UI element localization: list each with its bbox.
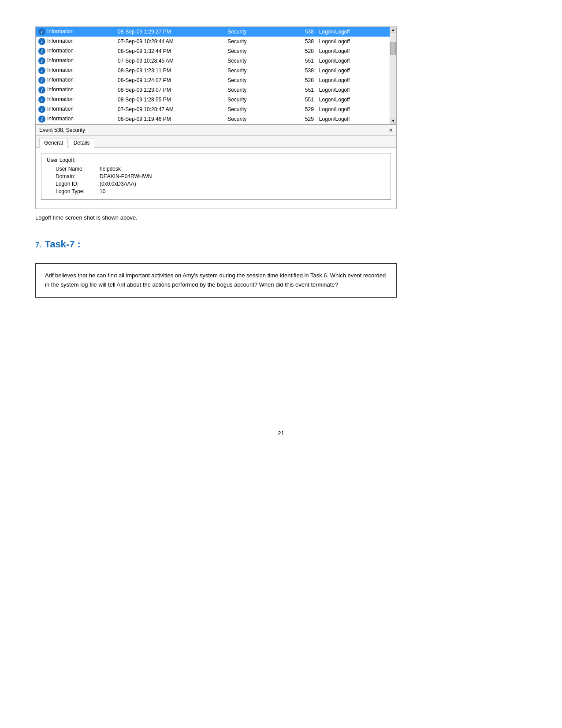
task-number: 7. [35,241,41,249]
type-cell: iInformation [36,95,115,105]
event-cell: 538 [286,66,316,75]
caption-text: Logoff time screen shot is shown above. [35,214,527,221]
event-cell: 528 [286,75,316,85]
field-value: DEAKIN-P04RWHWN [100,173,152,179]
type-cell: iInformation [36,27,115,37]
scroll-up-arrow[interactable]: ▲ [390,27,396,33]
user-cell: Logon/Logoff [316,114,390,124]
page-number: 21 [35,430,527,437]
event-cell: 538 [286,37,316,46]
info-icon: i [38,57,45,64]
event-table: iInformation08-Sep-09 1:29:27 PMSecurity… [36,27,390,124]
detail-field-row: Logon Type:10 [47,188,385,194]
table-row[interactable]: iInformation08-Sep-09 1:29:27 PMSecurity… [36,27,390,37]
detail-field-row: Logon ID:(0x0,0xD3AAA) [47,181,385,187]
user-cell: Logon/Logoff [316,75,390,85]
type-label: Information [47,67,74,73]
type-cell: iInformation [36,37,115,46]
detail-field-row: User Name:helpdesk [47,166,385,172]
user-cell: Logon/Logoff [316,66,390,75]
event-detail-title: Event 538, Security [39,127,85,133]
date-cell: 08-Sep-09 1:19:46 PM [115,114,225,124]
category-cell: Security [225,27,286,37]
table-row[interactable]: iInformation07-Sep-09 10:28:44 AMSecurit… [36,37,390,46]
date-cell: 08-Sep-09 1:29:27 PM [115,27,225,37]
category-cell: Security [225,85,286,95]
field-value: (0x0,0xD3AAA) [100,181,136,187]
user-cell: Logon/Logoff [316,56,390,66]
info-icon: i [38,28,45,35]
type-label: Information [47,48,74,54]
detail-content: User Logoff: User Name:helpdeskDomain:DE… [36,148,396,209]
date-cell: 08-Sep-09 1:32:44 PM [115,46,225,56]
user-cell: Logon/Logoff [316,46,390,56]
detail-field-row: Domain:DEAKIN-P04RWHWN [47,173,385,179]
category-cell: Security [225,105,286,114]
category-cell: Security [225,37,286,46]
date-cell: 08-Sep-09 1:23:11 PM [115,66,225,75]
field-value: 10 [100,188,105,194]
type-cell: iInformation [36,75,115,85]
table-row[interactable]: iInformation07-Sep-09 10:28:47 AMSecurit… [36,105,390,114]
category-cell: Security [225,114,286,124]
type-label: Information [47,28,74,34]
event-cell: 528 [286,46,316,56]
info-icon: i [38,86,45,93]
scrollbar[interactable]: ▲ ▼ [390,27,396,124]
field-label: Domain: [56,173,100,179]
info-icon: i [38,67,45,74]
field-label: Logon ID: [56,181,100,187]
field-label: User Name: [56,166,100,172]
event-log-container: iInformation08-Sep-09 1:29:27 PMSecurity… [35,26,397,124]
info-icon: i [38,96,45,103]
task-heading: 7. Task-7 : [35,239,527,250]
tabs-row: General Details [36,136,396,148]
scroll-thumb[interactable] [390,42,396,55]
table-row[interactable]: iInformation08-Sep-09 1:23:07 PMSecurity… [36,85,390,95]
tab-details[interactable]: Details [69,138,95,148]
tab-general[interactable]: General [39,138,68,148]
type-label: Information [47,38,74,44]
detail-box: User Logoff: User Name:helpdeskDomain:DE… [41,153,391,200]
type-cell: iInformation [36,46,115,56]
type-label: Information [47,77,74,83]
info-icon: i [38,48,45,55]
event-cell: 551 [286,85,316,95]
type-cell: iInformation [36,56,115,66]
field-label: Logon Type: [56,188,100,194]
event-cell: 538 [286,27,316,37]
task-description-text: Arif believes that he can find all impor… [45,271,387,290]
user-cell: Logon/Logoff [316,27,390,37]
type-label: Information [47,57,74,63]
table-row[interactable]: iInformation08-Sep-09 1:28:55 PMSecurity… [36,95,390,105]
type-label: Information [47,86,74,93]
info-icon: i [38,38,45,45]
user-cell: Logon/Logoff [316,105,390,114]
event-cell: 551 [286,56,316,66]
table-row[interactable]: iInformation08-Sep-09 1:32:44 PMSecurity… [36,46,390,56]
event-cell: 529 [286,105,316,114]
type-label: Information [47,96,74,102]
event-detail-panel: Event 538, Security × General Details Us… [35,124,397,209]
type-label: Information [47,116,74,122]
type-cell: iInformation [36,114,115,124]
type-cell: iInformation [36,66,115,75]
user-cell: Logon/Logoff [316,95,390,105]
table-row[interactable]: iInformation08-Sep-09 1:23:11 PMSecurity… [36,66,390,75]
event-cell: 529 [286,114,316,124]
task-description-box: Arif believes that he can find all impor… [35,263,397,298]
date-cell: 08-Sep-09 1:23:07 PM [115,85,225,95]
table-row[interactable]: iInformation08-Sep-09 1:19:46 PMSecurity… [36,114,390,124]
category-cell: Security [225,95,286,105]
event-detail-header: Event 538, Security × [36,125,396,136]
info-icon: i [38,106,45,113]
task-title: Task-7 : [45,239,81,250]
info-icon: i [38,116,45,123]
table-row[interactable]: iInformation08-Sep-09 1:24:07 PMSecurity… [36,75,390,85]
table-row[interactable]: iInformation07-Sep-09 10:28:45 AMSecurit… [36,56,390,66]
close-button[interactable]: × [389,127,393,134]
date-cell: 07-Sep-09 10:28:44 AM [115,37,225,46]
scroll-down-arrow[interactable]: ▼ [390,118,396,124]
category-cell: Security [225,46,286,56]
user-cell: Logon/Logoff [316,37,390,46]
